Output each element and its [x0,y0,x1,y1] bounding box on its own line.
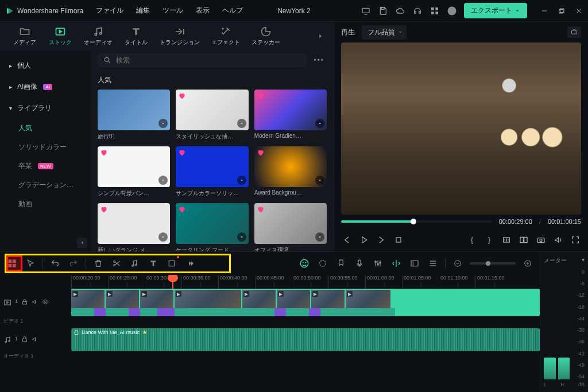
auto-beat-button[interactable] [390,257,403,270]
tab-title[interactable]: タイトル [121,24,152,49]
track-visible-icon[interactable] [42,298,49,306]
snapshot-button[interactable] [567,26,581,38]
fullscreen-button[interactable] [570,234,581,246]
progress-bar[interactable] [341,220,492,223]
scope-button[interactable] [501,234,512,246]
mixer-button[interactable] [372,257,384,270]
search-input[interactable] [116,56,301,64]
stock-item[interactable]: オフィス環境 [254,203,327,251]
mark-in-button[interactable]: { [466,234,478,246]
capture-button[interactable] [535,234,547,246]
menu-tool[interactable]: ツール [163,6,183,15]
play-button[interactable] [358,234,370,246]
stock-item[interactable]: シンプル背景バン… [98,146,170,197]
tab-audio[interactable]: オーディオ [80,24,116,49]
minimize-button[interactable] [540,6,549,15]
audio-adjust-button[interactable] [129,257,141,270]
search-box[interactable] [98,53,307,67]
stock-item[interactable]: 新しいグランジ メ… [98,203,170,251]
download-icon[interactable] [237,176,246,185]
stock-item[interactable]: Modern Gradien… [254,90,327,141]
export-button[interactable]: エクスポート [464,3,527,18]
undo-button[interactable] [49,257,61,270]
tab-stock[interactable]: ストック [45,24,76,49]
tab-sticker[interactable]: ステッカー [248,24,284,49]
mark-out-button[interactable]: } [483,234,495,246]
tab-media[interactable]: メディア [9,24,40,49]
next-frame-button[interactable] [376,234,387,246]
sidebar-item-personal[interactable]: ▸個人 [0,55,91,76]
prev-frame-button[interactable] [341,234,353,246]
stock-item[interactable]: ケータリング フード … [176,203,248,251]
delete-button[interactable] [92,257,105,270]
stock-item[interactable]: Award Backgrou… [254,146,327,197]
sidebar-item-aiimage[interactable]: ▸AI画像AI [0,76,91,98]
track-audio-icon[interactable] [3,336,11,344]
sidebar-item-popular[interactable]: 人気 [0,119,91,138]
sidebar-item-library[interactable]: ▾ライブラリ [0,98,91,119]
stock-item[interactable]: 旅行01 [98,90,170,141]
device-icon[interactable] [361,6,371,16]
timeline-ruler[interactable]: 00:00:20:00 00:00:25:00 00:00:30:00 00:0… [0,275,540,289]
more-tools-button[interactable] [184,257,196,270]
track-mute-icon[interactable] [32,336,38,344]
redo-button[interactable] [67,257,80,270]
select-tool-button[interactable] [24,257,37,270]
sidebar-item-grad[interactable]: 卒業NEW [0,157,91,176]
meter-dropdown-icon[interactable]: ▾ [582,257,585,265]
tab-effect[interactable]: エフェクト [208,24,243,49]
download-icon[interactable] [158,119,168,128]
tabs-next-button[interactable] [316,32,324,40]
cloud-icon[interactable] [395,6,405,16]
ai-face-button[interactable] [298,257,311,270]
layout-button[interactable] [6,257,18,270]
menu-file[interactable]: ファイル [96,6,123,15]
track-lock-icon[interactable] [21,298,28,306]
download-icon[interactable] [158,232,168,242]
zoom-out-button[interactable] [451,257,464,270]
adjust-button[interactable] [408,257,421,270]
preview-video[interactable] [341,42,581,215]
save-icon[interactable] [378,6,388,16]
stop-button[interactable] [393,234,404,246]
marker-button[interactable] [335,257,347,270]
tab-transition[interactable]: トランジション [156,24,203,49]
render-button[interactable] [316,257,329,270]
sidebar-item-video[interactable]: 動画 [0,195,91,214]
download-icon[interactable] [315,176,324,185]
headset-icon[interactable] [412,6,423,16]
track-body-video[interactable]: ▸ ▸ ▸ ▸ ▸ ▸ ▸ ▸ [71,289,540,316]
download-icon[interactable] [315,232,324,242]
zoom-in-button[interactable] [521,257,534,270]
voice-button[interactable] [353,257,366,270]
apps-icon[interactable] [430,6,440,16]
download-icon[interactable] [315,119,324,128]
timeline-playhead[interactable] [172,275,173,289]
sidebar-item-gradation[interactable]: グラデーション… [0,176,91,195]
quality-select[interactable]: フル品質 [362,25,407,40]
menu-edit[interactable]: 編集 [136,6,150,15]
track-manage-button[interactable] [427,257,439,270]
menu-view[interactable]: 表示 [196,6,210,15]
track-mute-icon[interactable] [32,298,38,306]
sidebar-collapse-button[interactable] [77,238,87,248]
download-icon[interactable] [237,119,246,128]
download-icon[interactable] [158,176,168,185]
avatar-icon[interactable] [447,6,457,16]
menu-help[interactable]: ヘルプ [222,6,243,15]
crop-button[interactable] [165,257,178,270]
close-button[interactable] [574,6,583,15]
text-button[interactable] [147,257,160,270]
track-media-icon[interactable] [3,298,11,306]
track-body-audio[interactable]: Dance With Me_AI music [71,328,540,351]
maximize-button[interactable] [557,6,566,15]
stock-item[interactable]: スタイリッシュな抽… [176,90,248,141]
zoom-slider[interactable] [470,262,516,265]
more-menu-button[interactable]: ••• [311,56,327,64]
compare-button[interactable] [518,234,529,246]
download-icon[interactable] [237,232,246,242]
sidebar-item-solid[interactable]: ソリッドカラー [0,138,91,157]
stock-item[interactable]: サンプルカラーソリッ… [176,146,248,197]
track-lock-icon[interactable] [21,336,28,344]
split-button[interactable] [110,257,123,270]
